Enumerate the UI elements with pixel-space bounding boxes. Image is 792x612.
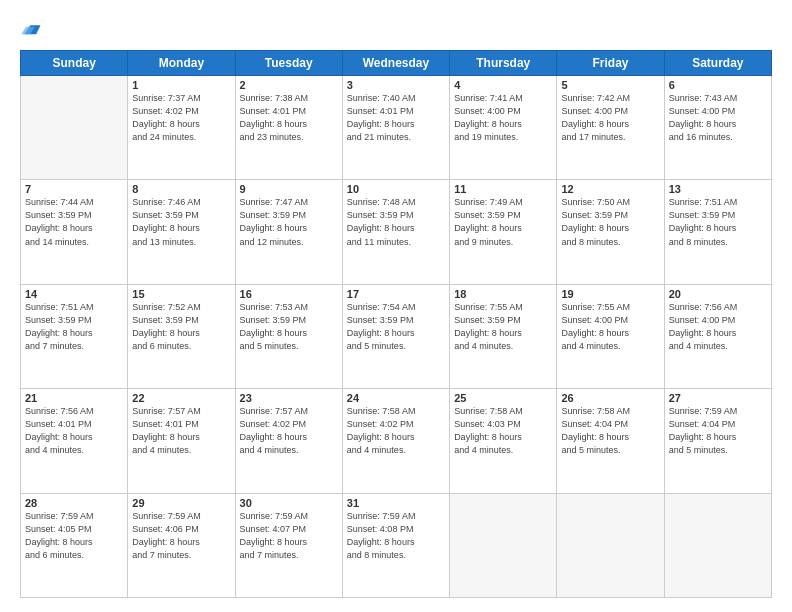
page: SundayMondayTuesdayWednesdayThursdayFrid… (0, 0, 792, 612)
day-info: Sunrise: 7:55 AMSunset: 4:00 PMDaylight:… (561, 301, 659, 353)
calendar-cell (664, 493, 771, 597)
logo-icon (20, 18, 42, 40)
day-number: 5 (561, 79, 659, 91)
calendar-cell: 4Sunrise: 7:41 AMSunset: 4:00 PMDaylight… (450, 76, 557, 180)
day-info: Sunrise: 7:48 AMSunset: 3:59 PMDaylight:… (347, 196, 445, 248)
calendar-cell: 11Sunrise: 7:49 AMSunset: 3:59 PMDayligh… (450, 180, 557, 284)
day-info: Sunrise: 7:55 AMSunset: 3:59 PMDaylight:… (454, 301, 552, 353)
day-number: 4 (454, 79, 552, 91)
day-number: 20 (669, 288, 767, 300)
calendar-week-row: 14Sunrise: 7:51 AMSunset: 3:59 PMDayligh… (21, 284, 772, 388)
day-info: Sunrise: 7:57 AMSunset: 4:01 PMDaylight:… (132, 405, 230, 457)
calendar-cell: 6Sunrise: 7:43 AMSunset: 4:00 PMDaylight… (664, 76, 771, 180)
calendar-cell: 25Sunrise: 7:58 AMSunset: 4:03 PMDayligh… (450, 389, 557, 493)
day-info: Sunrise: 7:42 AMSunset: 4:00 PMDaylight:… (561, 92, 659, 144)
calendar-header-saturday: Saturday (664, 51, 771, 76)
day-info: Sunrise: 7:59 AMSunset: 4:05 PMDaylight:… (25, 510, 123, 562)
day-number: 8 (132, 183, 230, 195)
calendar-cell: 17Sunrise: 7:54 AMSunset: 3:59 PMDayligh… (342, 284, 449, 388)
calendar-header-tuesday: Tuesday (235, 51, 342, 76)
day-number: 30 (240, 497, 338, 509)
calendar-cell: 29Sunrise: 7:59 AMSunset: 4:06 PMDayligh… (128, 493, 235, 597)
day-number: 3 (347, 79, 445, 91)
day-number: 6 (669, 79, 767, 91)
calendar-cell: 5Sunrise: 7:42 AMSunset: 4:00 PMDaylight… (557, 76, 664, 180)
calendar-cell: 20Sunrise: 7:56 AMSunset: 4:00 PMDayligh… (664, 284, 771, 388)
day-info: Sunrise: 7:41 AMSunset: 4:00 PMDaylight:… (454, 92, 552, 144)
day-number: 7 (25, 183, 123, 195)
day-info: Sunrise: 7:37 AMSunset: 4:02 PMDaylight:… (132, 92, 230, 144)
calendar-cell: 24Sunrise: 7:58 AMSunset: 4:02 PMDayligh… (342, 389, 449, 493)
day-number: 31 (347, 497, 445, 509)
calendar-cell: 18Sunrise: 7:55 AMSunset: 3:59 PMDayligh… (450, 284, 557, 388)
calendar-header-friday: Friday (557, 51, 664, 76)
day-number: 9 (240, 183, 338, 195)
calendar-table: SundayMondayTuesdayWednesdayThursdayFrid… (20, 50, 772, 598)
calendar-cell: 9Sunrise: 7:47 AMSunset: 3:59 PMDaylight… (235, 180, 342, 284)
header (20, 18, 772, 40)
calendar-header-thursday: Thursday (450, 51, 557, 76)
calendar-cell: 14Sunrise: 7:51 AMSunset: 3:59 PMDayligh… (21, 284, 128, 388)
day-info: Sunrise: 7:49 AMSunset: 3:59 PMDaylight:… (454, 196, 552, 248)
day-number: 25 (454, 392, 552, 404)
day-number: 11 (454, 183, 552, 195)
day-info: Sunrise: 7:56 AMSunset: 4:01 PMDaylight:… (25, 405, 123, 457)
day-info: Sunrise: 7:52 AMSunset: 3:59 PMDaylight:… (132, 301, 230, 353)
calendar-cell: 3Sunrise: 7:40 AMSunset: 4:01 PMDaylight… (342, 76, 449, 180)
calendar-cell: 23Sunrise: 7:57 AMSunset: 4:02 PMDayligh… (235, 389, 342, 493)
calendar-week-row: 28Sunrise: 7:59 AMSunset: 4:05 PMDayligh… (21, 493, 772, 597)
day-info: Sunrise: 7:59 AMSunset: 4:07 PMDaylight:… (240, 510, 338, 562)
day-info: Sunrise: 7:54 AMSunset: 3:59 PMDaylight:… (347, 301, 445, 353)
day-info: Sunrise: 7:59 AMSunset: 4:08 PMDaylight:… (347, 510, 445, 562)
day-info: Sunrise: 7:40 AMSunset: 4:01 PMDaylight:… (347, 92, 445, 144)
calendar-header-monday: Monday (128, 51, 235, 76)
calendar-cell: 19Sunrise: 7:55 AMSunset: 4:00 PMDayligh… (557, 284, 664, 388)
day-info: Sunrise: 7:38 AMSunset: 4:01 PMDaylight:… (240, 92, 338, 144)
day-info: Sunrise: 7:46 AMSunset: 3:59 PMDaylight:… (132, 196, 230, 248)
calendar-cell: 7Sunrise: 7:44 AMSunset: 3:59 PMDaylight… (21, 180, 128, 284)
day-info: Sunrise: 7:58 AMSunset: 4:03 PMDaylight:… (454, 405, 552, 457)
day-number: 17 (347, 288, 445, 300)
calendar-cell: 1Sunrise: 7:37 AMSunset: 4:02 PMDaylight… (128, 76, 235, 180)
calendar-cell: 8Sunrise: 7:46 AMSunset: 3:59 PMDaylight… (128, 180, 235, 284)
day-info: Sunrise: 7:58 AMSunset: 4:02 PMDaylight:… (347, 405, 445, 457)
day-number: 10 (347, 183, 445, 195)
day-info: Sunrise: 7:56 AMSunset: 4:00 PMDaylight:… (669, 301, 767, 353)
day-info: Sunrise: 7:58 AMSunset: 4:04 PMDaylight:… (561, 405, 659, 457)
calendar-cell: 16Sunrise: 7:53 AMSunset: 3:59 PMDayligh… (235, 284, 342, 388)
day-number: 16 (240, 288, 338, 300)
day-info: Sunrise: 7:59 AMSunset: 4:04 PMDaylight:… (669, 405, 767, 457)
calendar-cell: 28Sunrise: 7:59 AMSunset: 4:05 PMDayligh… (21, 493, 128, 597)
day-info: Sunrise: 7:51 AMSunset: 3:59 PMDaylight:… (669, 196, 767, 248)
calendar-cell: 10Sunrise: 7:48 AMSunset: 3:59 PMDayligh… (342, 180, 449, 284)
day-number: 13 (669, 183, 767, 195)
calendar-week-row: 7Sunrise: 7:44 AMSunset: 3:59 PMDaylight… (21, 180, 772, 284)
calendar-header-wednesday: Wednesday (342, 51, 449, 76)
calendar-cell: 22Sunrise: 7:57 AMSunset: 4:01 PMDayligh… (128, 389, 235, 493)
calendar-cell: 26Sunrise: 7:58 AMSunset: 4:04 PMDayligh… (557, 389, 664, 493)
day-number: 21 (25, 392, 123, 404)
day-number: 18 (454, 288, 552, 300)
day-info: Sunrise: 7:53 AMSunset: 3:59 PMDaylight:… (240, 301, 338, 353)
day-info: Sunrise: 7:50 AMSunset: 3:59 PMDaylight:… (561, 196, 659, 248)
day-info: Sunrise: 7:47 AMSunset: 3:59 PMDaylight:… (240, 196, 338, 248)
day-number: 22 (132, 392, 230, 404)
calendar-header-sunday: Sunday (21, 51, 128, 76)
day-number: 29 (132, 497, 230, 509)
calendar-cell: 2Sunrise: 7:38 AMSunset: 4:01 PMDaylight… (235, 76, 342, 180)
calendar-cell (557, 493, 664, 597)
calendar-cell (21, 76, 128, 180)
day-number: 12 (561, 183, 659, 195)
day-number: 15 (132, 288, 230, 300)
day-number: 2 (240, 79, 338, 91)
logo (20, 18, 46, 40)
day-number: 1 (132, 79, 230, 91)
calendar-cell: 12Sunrise: 7:50 AMSunset: 3:59 PMDayligh… (557, 180, 664, 284)
day-number: 26 (561, 392, 659, 404)
calendar-cell: 15Sunrise: 7:52 AMSunset: 3:59 PMDayligh… (128, 284, 235, 388)
calendar-cell: 31Sunrise: 7:59 AMSunset: 4:08 PMDayligh… (342, 493, 449, 597)
calendar-cell: 13Sunrise: 7:51 AMSunset: 3:59 PMDayligh… (664, 180, 771, 284)
calendar-week-row: 21Sunrise: 7:56 AMSunset: 4:01 PMDayligh… (21, 389, 772, 493)
day-number: 19 (561, 288, 659, 300)
day-number: 23 (240, 392, 338, 404)
